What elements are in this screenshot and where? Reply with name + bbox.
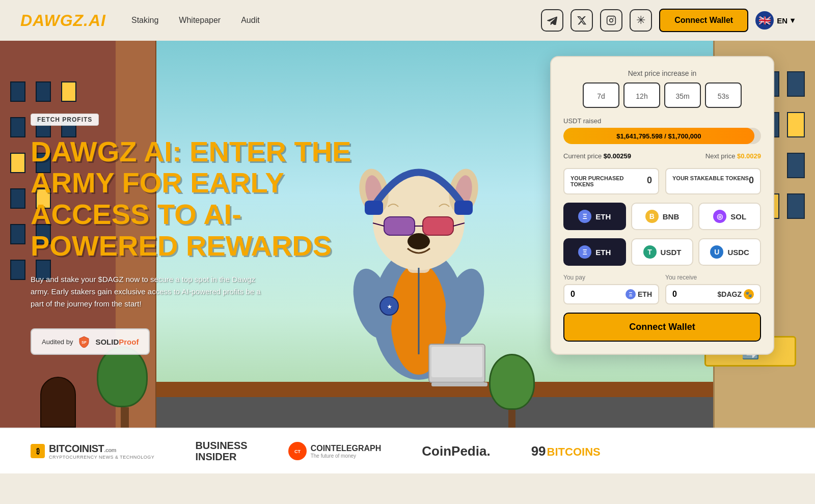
- pay-input-box: Ξ ETH: [563, 284, 659, 304]
- svg-text:★: ★: [387, 304, 392, 310]
- hero-section: 🔄: [0, 41, 815, 428]
- header-right: ✳ Connect Wallet 🇬🇧 EN ▾: [541, 9, 795, 32]
- receive-currency: $DAGZ 🐾: [718, 289, 754, 299]
- stakeable-tokens-value: 0: [749, 175, 754, 186]
- purchased-tokens-box: YOUR PURCHASED TOKENS 0: [563, 168, 659, 194]
- purchased-tokens-label: YOUR PURCHASED TOKENS: [570, 175, 647, 187]
- instagram-icon[interactable]: [600, 9, 622, 32]
- nav-staking[interactable]: Staking: [131, 16, 158, 25]
- timer-days: 7d: [583, 82, 619, 108]
- hero-content: FETCH PROFITS DAWGZ AI: ENTER THE ARMY F…: [0, 93, 387, 375]
- audited-by-text: Audited by: [42, 338, 73, 346]
- coinpedia-text: CoinPedia.: [422, 443, 490, 459]
- timer-label: Next price increase in: [563, 69, 761, 77]
- fetch-profits-badge: FETCH PROFITS: [31, 114, 99, 126]
- svg-rect-0: [607, 16, 616, 25]
- coinpedia-logo: CoinPedia.: [422, 443, 490, 459]
- logos-bar: ₿ BITCOINIST.com CRYPTOCURRENCY NEWS & T…: [0, 428, 815, 473]
- presale-widget: Next price increase in 7d 12h 35m 53s US…: [550, 56, 774, 355]
- eth-button-row2[interactable]: Ξ ETH: [563, 238, 626, 266]
- progress-text: $1,641,795.598 / $1,700,000: [616, 132, 701, 140]
- currency-grid-row2: Ξ ETH T USDT U USDC: [563, 238, 761, 266]
- 99bitcoins-logo: 99 BITCOINS: [531, 443, 601, 459]
- svg-text:SP: SP: [82, 341, 87, 344]
- bnb-icon: B: [645, 210, 659, 223]
- current-price: Current price $0.00259: [563, 152, 631, 160]
- nav-audit[interactable]: Audit: [241, 16, 259, 25]
- pay-eth-icon: Ξ: [626, 289, 636, 299]
- hero-title: DAWGZ AI: ENTER THE ARMY FOR EARLY ACCES…: [31, 136, 357, 261]
- svg-point-1: [610, 19, 613, 22]
- nav-whitepaper[interactable]: Whitepaper: [179, 16, 221, 25]
- eth-button-row1[interactable]: Ξ ETH: [563, 203, 626, 230]
- progress-bar-outer: $1,641,795.598 / $1,700,000: [563, 128, 761, 144]
- progress-section: USDT raised $1,641,795.598 / $1,700,000: [563, 117, 761, 144]
- 99bitcoins-text: 99 BITCOINS: [531, 443, 601, 459]
- stakeable-tokens-label: YOUR STAKEABLE TOKENS: [672, 175, 749, 181]
- bnb-button[interactable]: B BNB: [631, 203, 694, 230]
- usdc-icon: U: [710, 245, 723, 259]
- usdt-button[interactable]: T USDT: [631, 238, 694, 266]
- lang-label: EN: [777, 16, 787, 25]
- star-icon[interactable]: ✳: [630, 9, 652, 32]
- next-price: Next price $0.0029: [705, 152, 761, 160]
- eth-icon-row1: Ξ: [578, 210, 591, 223]
- stakeable-tokens-box: YOUR STAKEABLE TOKENS 0: [665, 168, 761, 194]
- currency-grid-row1: Ξ ETH B BNB ◎ SOL: [563, 203, 761, 230]
- logo[interactable]: DAWGZ.AI: [20, 11, 106, 30]
- receive-input-box: $DAGZ 🐾: [665, 284, 761, 304]
- chevron-down-icon: ▾: [791, 16, 795, 25]
- timer-hours: 12h: [623, 82, 660, 108]
- business-insider-logo: BUSINESS INSIDER: [195, 440, 247, 462]
- main-nav: Staking Whitepaper Audit: [131, 16, 260, 25]
- progress-bar-inner: $1,641,795.598 / $1,700,000: [563, 128, 754, 144]
- header-left: DAWGZ.AI Staking Whitepaper Audit: [20, 11, 260, 30]
- you-receive-label: You receive: [665, 274, 761, 281]
- solidproof-shield-icon: SP: [78, 335, 90, 348]
- bitcoinist-text: BITCOINIST.com CRYPTOCURRENCY NEWS & TEC…: [49, 443, 154, 460]
- hero-description: Buy and stake your $DAGZ now to secure a…: [31, 273, 275, 310]
- price-row: Current price $0.00259 Next price $0.002…: [563, 152, 761, 160]
- receive-section: You receive $DAGZ 🐾: [665, 274, 761, 304]
- pay-receive-row: You pay Ξ ETH You receive $DAGZ 🐾: [563, 274, 761, 304]
- solidproof-text: SOLIDProof: [95, 338, 139, 346]
- cointelegraph-logo: CT COINTELEGRAPH The future of money: [288, 442, 382, 460]
- telegram-icon[interactable]: [541, 9, 563, 32]
- timer-boxes: 7d 12h 35m 53s: [563, 82, 761, 108]
- usdc-button[interactable]: U USDC: [698, 238, 761, 266]
- svg-rect-18: [384, 217, 415, 235]
- header: DAWGZ.AI Staking Whitepaper Audit ✳ Conn…: [0, 0, 815, 41]
- pay-section: You pay Ξ ETH: [563, 274, 659, 304]
- svg-text:CT: CT: [294, 449, 301, 454]
- twitter-icon[interactable]: [570, 9, 593, 32]
- tree-right: [489, 354, 535, 428]
- purchased-tokens-value: 0: [647, 175, 652, 186]
- sol-icon: ◎: [713, 210, 726, 223]
- bitcoinist-icon: ₿: [31, 444, 45, 458]
- pay-input[interactable]: [570, 290, 621, 299]
- svg-rect-19: [423, 217, 453, 235]
- timer-section: Next price increase in 7d 12h 35m 53s: [563, 69, 761, 108]
- svg-rect-17: [454, 201, 473, 215]
- business-insider-text: BUSINESS INSIDER: [195, 440, 247, 462]
- flag-icon: 🇬🇧: [755, 11, 774, 30]
- tokens-row: YOUR PURCHASED TOKENS 0 YOUR STAKEABLE T…: [563, 168, 761, 194]
- svg-rect-8: [431, 347, 482, 377]
- connect-wallet-button[interactable]: Connect Wallet: [659, 9, 748, 32]
- timer-seconds: 53s: [705, 82, 742, 108]
- svg-point-23: [408, 233, 430, 249]
- eth-icon-row2: Ξ: [578, 245, 591, 259]
- cointelegraph-icon: CT: [288, 442, 307, 460]
- audited-badge: Audited by SP SOLIDProof: [31, 328, 150, 355]
- you-pay-label: You pay: [563, 274, 659, 281]
- receive-input[interactable]: [672, 290, 714, 299]
- timer-minutes: 35m: [664, 82, 701, 108]
- svg-rect-9: [431, 382, 487, 386]
- usdt-icon: T: [643, 245, 657, 259]
- pay-currency: Ξ ETH: [626, 289, 652, 299]
- sol-button[interactable]: ◎ SOL: [698, 203, 761, 230]
- bitcoinist-logo: ₿ BITCOINIST.com CRYPTOCURRENCY NEWS & T…: [31, 443, 154, 460]
- language-selector[interactable]: 🇬🇧 EN ▾: [755, 11, 795, 30]
- usdt-raised-label: USDT raised: [563, 117, 761, 125]
- presale-connect-wallet-button[interactable]: Connect Wallet: [563, 313, 761, 342]
